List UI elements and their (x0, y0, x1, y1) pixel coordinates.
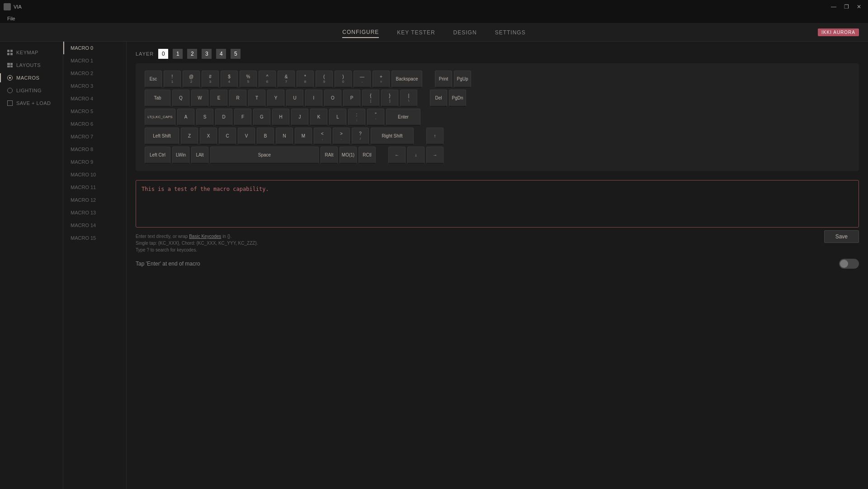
key-9[interactable]: (9 (316, 71, 333, 88)
key-b[interactable]: B (257, 128, 274, 145)
nav-settings[interactable]: SETTINGS (495, 28, 526, 38)
key-0[interactable]: )0 (335, 71, 352, 88)
macro-item-2[interactable]: MACRO 2 (63, 67, 126, 80)
key-u[interactable]: U (286, 90, 303, 107)
key-backspace[interactable]: Backspace (392, 71, 422, 88)
nav-configure[interactable]: CONFIGURE (342, 27, 379, 38)
macro-item-10[interactable]: MACRO 10 (63, 168, 126, 181)
macro-item-6[interactable]: MACRO 6 (63, 118, 126, 130)
key-5[interactable]: %5 (240, 71, 257, 88)
key-rctrl[interactable]: RCtl (359, 147, 376, 164)
key-6[interactable]: ^6 (259, 71, 276, 88)
key-lshift[interactable]: Left Shift (145, 128, 179, 145)
key-lalt[interactable]: LAlt (191, 147, 208, 164)
key-tab[interactable]: Tab (145, 90, 170, 107)
macro-item-4[interactable]: MACRO 4 (63, 92, 126, 105)
macro-item-8[interactable]: MACRO 8 (63, 143, 126, 156)
key-1[interactable]: !1 (164, 71, 181, 88)
key-comma[interactable]: <, (314, 128, 331, 145)
nav-design[interactable]: DESIGN (453, 28, 477, 38)
layer-4[interactable]: 4 (216, 49, 226, 59)
key-a[interactable]: A (177, 109, 194, 126)
key-space[interactable]: Space (210, 147, 319, 164)
key-ralt[interactable]: RAlt (321, 147, 338, 164)
key-del[interactable]: Del (430, 90, 447, 107)
macro-item-11[interactable]: MACRO 11 (63, 181, 126, 194)
key-s[interactable]: S (196, 109, 213, 126)
key-lbracket[interactable]: {[ (362, 90, 379, 107)
key-i[interactable]: I (305, 90, 322, 107)
key-q[interactable]: Q (172, 90, 189, 107)
key-c[interactable]: C (219, 128, 236, 145)
sidebar-item-save-load[interactable]: SAVE + LOAD (0, 97, 63, 109)
key-left[interactable]: ← (388, 147, 406, 164)
key-caps[interactable]: LT(1,KC_CAPS (145, 109, 175, 126)
key-semicolon[interactable]: :; (348, 109, 365, 126)
minimize-button[interactable]: — (828, 1, 839, 12)
key-lctrl[interactable]: Left Ctrl (145, 147, 170, 164)
sidebar-item-keymap[interactable]: KEYMAP (0, 46, 63, 59)
menu-file[interactable]: File (4, 16, 19, 21)
macro-item-7[interactable]: MACRO 7 (63, 130, 126, 143)
key-t[interactable]: T (248, 90, 265, 107)
key-enter[interactable]: Enter (386, 109, 420, 126)
sidebar-item-lighting[interactable]: LIGHTING (0, 84, 63, 97)
close-button[interactable]: ✕ (854, 1, 864, 12)
key-backslash[interactable]: |\ (400, 90, 417, 107)
key-3[interactable]: #3 (202, 71, 219, 88)
key-r[interactable]: R (229, 90, 246, 107)
key-pgup[interactable]: PgUp (454, 71, 471, 88)
layer-5[interactable]: 5 (231, 49, 241, 59)
macro-item-14[interactable]: MACRO 14 (63, 219, 126, 232)
layer-1[interactable]: 1 (173, 49, 183, 59)
key-period[interactable]: >. (333, 128, 350, 145)
key-g[interactable]: G (253, 109, 270, 126)
enter-toggle[interactable] (839, 259, 859, 269)
layer-0[interactable]: 0 (158, 49, 168, 59)
sidebar-item-layouts[interactable]: LAYOUTS (0, 59, 63, 71)
key-d[interactable]: D (215, 109, 232, 126)
macro-textarea[interactable] (136, 180, 859, 226)
key-k[interactable]: K (310, 109, 327, 126)
key-right[interactable]: → (426, 147, 443, 164)
key-mo1[interactable]: MO(1) (340, 147, 357, 164)
layer-2[interactable]: 2 (187, 49, 197, 59)
key-pgdn[interactable]: PgDn (449, 90, 466, 107)
macro-item-15[interactable]: MACRO 15 (63, 232, 126, 244)
nav-keytester[interactable]: KEY TESTER (397, 28, 435, 38)
key-rshift[interactable]: Right Shift (371, 128, 414, 145)
key-x[interactable]: X (200, 128, 217, 145)
key-v[interactable]: V (238, 128, 255, 145)
macro-item-12[interactable]: MACRO 12 (63, 194, 126, 206)
key-minus[interactable]: —- (354, 71, 371, 88)
macro-item-3[interactable]: MACRO 3 (63, 80, 126, 92)
key-up[interactable]: ↑ (426, 128, 443, 145)
key-8[interactable]: *8 (297, 71, 314, 88)
layer-3[interactable]: 3 (202, 49, 212, 59)
key-j[interactable]: J (291, 109, 308, 126)
key-lwin[interactable]: LWin (172, 147, 189, 164)
key-4[interactable]: $4 (221, 71, 238, 88)
key-f[interactable]: F (234, 109, 251, 126)
key-l[interactable]: L (329, 109, 346, 126)
key-7[interactable]: &7 (278, 71, 295, 88)
key-slash[interactable]: ?/ (352, 128, 369, 145)
key-p[interactable]: P (343, 90, 360, 107)
key-equal[interactable]: += (373, 71, 390, 88)
key-h[interactable]: H (272, 109, 289, 126)
key-quote[interactable]: "' (367, 109, 384, 126)
key-z[interactable]: Z (181, 128, 198, 145)
key-y[interactable]: Y (267, 90, 284, 107)
key-e[interactable]: E (210, 90, 227, 107)
key-o[interactable]: O (324, 90, 341, 107)
key-2[interactable]: @2 (183, 71, 200, 88)
sidebar-item-macros[interactable]: MACROS (0, 71, 63, 84)
key-rbracket[interactable]: }] (381, 90, 398, 107)
macro-item-5[interactable]: MACRO 5 (63, 105, 126, 118)
macro-item-9[interactable]: MACRO 9 (63, 156, 126, 168)
key-down[interactable]: ↓ (407, 147, 425, 164)
key-m[interactable]: M (295, 128, 312, 145)
macro-item-0[interactable]: MACRO 0 (63, 42, 126, 54)
save-button[interactable]: Save (824, 230, 859, 243)
hint-link[interactable]: Basic Keycodes (189, 234, 221, 239)
